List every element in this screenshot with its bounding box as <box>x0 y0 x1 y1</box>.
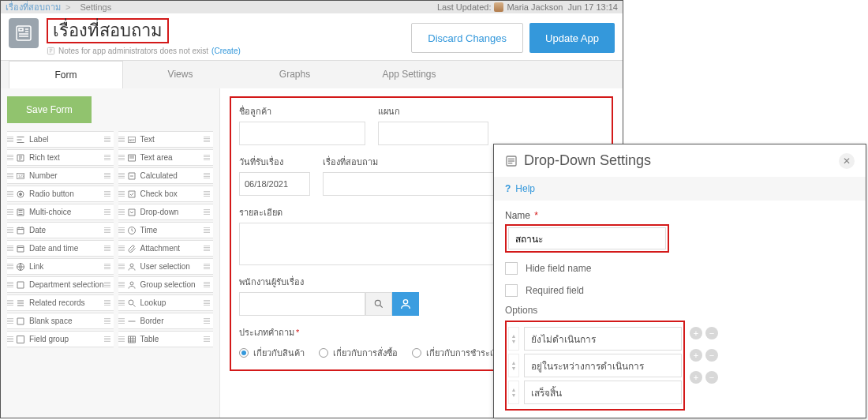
note-icon <box>47 47 55 55</box>
palette-item-border[interactable]: Border <box>118 313 214 329</box>
palette-item-rich-text[interactable]: Rich text <box>7 149 114 166</box>
palette-item-department-selection[interactable]: Department selection <box>7 276 114 293</box>
radio-option[interactable]: เกี่ยวกับการสั่งซื้อ <box>319 346 398 360</box>
update-app-button[interactable]: Update App <box>529 23 615 53</box>
required-field-checkbox[interactable] <box>505 284 518 297</box>
svg-text:123: 123 <box>18 174 24 178</box>
radio-option[interactable]: เกี่ยวกับการชำระเงิน <box>412 346 503 360</box>
add-option-button[interactable]: + <box>690 349 702 362</box>
field-type-icon <box>13 244 28 253</box>
palette-item-label: Field group <box>28 335 104 343</box>
remove-option-button[interactable]: − <box>705 349 718 362</box>
remove-option-button[interactable]: − <box>705 371 718 384</box>
discard-button[interactable]: Discard Changes <box>411 23 523 53</box>
palette-item-label: Table <box>139 335 204 343</box>
tab-app-settings[interactable]: App Settings <box>352 61 466 88</box>
remove-option-button[interactable]: − <box>705 327 718 339</box>
dropdown-icon <box>505 155 518 167</box>
palette-item-label: Drop-down <box>139 208 204 216</box>
add-option-button[interactable]: + <box>690 371 702 384</box>
radio-label: เกี่ยวกับการชำระเงิน <box>426 346 503 360</box>
tab-views[interactable]: Views <box>123 61 238 88</box>
palette-item-link[interactable]: Link <box>7 258 114 275</box>
name-input[interactable] <box>508 227 666 249</box>
option-input[interactable]: อยู่ในระหว่างการดำเนินการ <box>524 354 682 377</box>
palette-item-table[interactable]: Table <box>118 331 214 347</box>
radio-label: เกี่ยวกับสินค้า <box>253 346 305 360</box>
palette-item-label: Date and time <box>28 244 104 253</box>
tab-form[interactable]: Form <box>9 61 123 88</box>
last-updated-user: Maria Jackson <box>507 2 563 12</box>
palette-item-label: Link <box>28 262 104 271</box>
svg-point-17 <box>129 300 133 305</box>
create-note-link[interactable]: (Create) <box>211 47 241 55</box>
radio-option[interactable]: เกี่ยวกับสินค้า <box>239 346 305 360</box>
palette-item-date-and-time[interactable]: Date and time <box>7 240 114 257</box>
avatar[interactable] <box>494 2 503 12</box>
palette-item-label: Blank space <box>28 317 104 325</box>
palette-item-multi-choice[interactable]: Multi-choice <box>7 204 114 220</box>
palette-item-calculated[interactable]: Calculated <box>118 167 214 184</box>
palette-item-text[interactable]: ABCText <box>118 131 214 148</box>
option-input[interactable]: เสร็จสิ้น <box>524 381 682 404</box>
palette-item-label: Multi-choice <box>28 208 104 216</box>
svg-point-21 <box>403 300 407 304</box>
field-type-icon <box>125 226 139 235</box>
field-type-icon <box>125 208 139 217</box>
palette-item-blank-space[interactable]: Blank space <box>7 313 114 329</box>
svg-point-10 <box>20 193 22 195</box>
input-dept[interactable] <box>378 122 488 145</box>
palette-item-user-selection[interactable]: User selection <box>118 258 214 275</box>
field-type-icon: ABC <box>125 135 139 144</box>
svg-line-18 <box>133 304 135 306</box>
palette-item-date[interactable]: Date <box>7 222 114 238</box>
palette-item-number[interactable]: 123Number <box>7 167 114 184</box>
tab-graphs[interactable]: Graphs <box>238 61 352 88</box>
last-updated-label: Last Updated: <box>437 2 492 12</box>
tab-bar: Form Views Graphs App Settings <box>1 61 623 88</box>
search-icon <box>373 298 384 309</box>
options-label: Options <box>505 305 855 316</box>
drag-handle-icon[interactable]: ▲▼ <box>508 354 519 377</box>
svg-point-15 <box>130 264 133 267</box>
option-input[interactable]: ยังไม่ดำเนินการ <box>524 327 682 351</box>
breadcrumb-app[interactable]: เรื่องที่สอบถาม <box>6 0 61 14</box>
drag-handle-icon[interactable]: ▲▼ <box>508 327 519 351</box>
palette-item-label[interactable]: Label <box>7 131 114 148</box>
palette-item-lookup[interactable]: Lookup <box>118 294 214 311</box>
palette-item-label: Text area <box>139 153 204 162</box>
palette-item-label: Border <box>139 317 204 325</box>
label-customer: ชื่อลูกค้า <box>239 104 365 118</box>
page-title[interactable]: เรื่องที่สอบถาม <box>47 18 169 43</box>
palette-item-related-records[interactable]: Related records <box>7 294 114 311</box>
search-button[interactable] <box>365 292 392 316</box>
radio-label: เกี่ยวกับการสั่งซื้อ <box>333 346 398 360</box>
palette-item-label: Check box <box>139 189 204 198</box>
palette-item-drop-down[interactable]: Drop-down <box>118 204 214 220</box>
save-form-button[interactable]: Save Form <box>7 96 92 123</box>
drag-handle-icon[interactable]: ▲▼ <box>508 381 519 404</box>
input-staff[interactable] <box>239 292 365 316</box>
close-button[interactable]: ✕ <box>839 153 855 169</box>
field-type-icon <box>13 135 28 144</box>
field-type-icon <box>13 317 28 326</box>
user-picker-button[interactable] <box>392 292 419 316</box>
palette-item-time[interactable]: Time <box>118 222 214 238</box>
svg-point-19 <box>375 300 380 306</box>
add-option-button[interactable]: + <box>690 327 702 339</box>
input-customer[interactable] <box>239 122 365 145</box>
dropdown-settings-panel: Drop-Down Settings ✕ ?Help Name * Hide f… <box>493 144 866 418</box>
field-type-icon <box>125 317 139 326</box>
required-field-label: Required field <box>526 285 584 296</box>
palette-item-text-area[interactable]: Text area <box>118 149 214 166</box>
palette-item-group-selection[interactable]: Group selection <box>118 276 214 293</box>
palette-item-radio-button[interactable]: Radio button <box>7 186 114 202</box>
hide-field-name-checkbox[interactable] <box>505 262 518 275</box>
palette-item-check-box[interactable]: Check box <box>118 186 214 202</box>
field-type-icon <box>125 171 139 181</box>
palette-item-attachment[interactable]: Attachment <box>118 240 214 257</box>
palette-item-label: Group selection <box>139 280 204 289</box>
palette-item-field-group[interactable]: Field group <box>7 331 114 347</box>
help-link[interactable]: ?Help <box>494 177 866 201</box>
input-date[interactable]: 06/18/2021 <box>239 172 310 196</box>
